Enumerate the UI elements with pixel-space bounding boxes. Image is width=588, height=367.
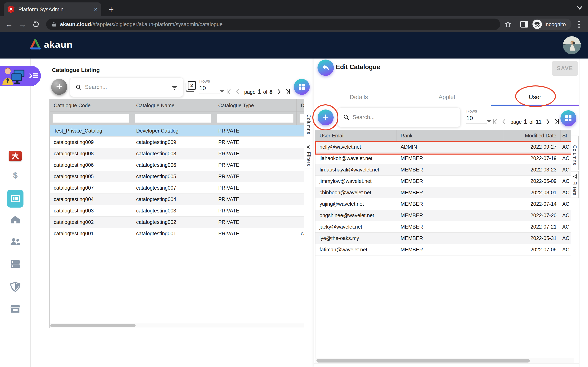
table-row[interactable]: lye@the-oaks.my MEMBER 2022-05-31 AC xyxy=(315,233,571,244)
prev-page-button[interactable] xyxy=(233,89,242,95)
user-search-box xyxy=(338,108,460,127)
table-row[interactable]: jiahaokoh@wavelet.net MEMBER 2022-07-19 … xyxy=(315,153,571,164)
filter-input-code[interactable] xyxy=(52,114,129,123)
table-row[interactable]: jimmylow@wavelet.net MEMBER 2022-05-09 A… xyxy=(315,175,571,187)
incognito-label: Incognito xyxy=(544,21,566,27)
prev-page-button[interactable] xyxy=(500,119,508,125)
col-header[interactable]: Modified Date xyxy=(504,130,561,141)
browser-menu-icon[interactable] xyxy=(573,16,585,32)
add-catalogue-button[interactable]: + xyxy=(51,79,67,95)
panel-title: Edit Catalogue xyxy=(336,63,380,71)
incognito-badge[interactable]: Incognito xyxy=(531,18,571,30)
columns-side-tab[interactable]: Columns xyxy=(305,105,312,141)
table-row[interactable]: ongshinee@wavelet.net MEMBER 2022-07-20 … xyxy=(315,210,571,221)
table-row[interactable]: catalogtesting005 catalogtesting005 PRIV… xyxy=(50,171,304,182)
grid-view-button[interactable] xyxy=(294,79,310,95)
grid-view-button[interactable] xyxy=(561,110,576,126)
user-search-input[interactable] xyxy=(353,114,455,120)
sidebar-item-inventory[interactable] xyxy=(0,259,31,268)
table-row[interactable]: catalogtesting001 catalogtesting001 PRIV… xyxy=(50,228,304,239)
col-header[interactable]: User Email xyxy=(315,130,397,141)
sidebar-item-security[interactable] xyxy=(0,282,31,292)
filters-side-tab[interactable]: Filters xyxy=(305,142,312,168)
reload-button[interactable] xyxy=(30,16,42,32)
browser-tab[interactable]: A Platform SysAdmin × xyxy=(4,2,101,16)
first-page-button[interactable] xyxy=(224,89,233,95)
table-row[interactable]: catalogtesting003 catalogtesting003 PRIV… xyxy=(50,205,304,217)
table-row[interactable]: jacky@wavelet.net MEMBER 2022-07-21 AC xyxy=(315,221,571,233)
next-page-button[interactable] xyxy=(275,89,283,95)
sysadmin-avatar xyxy=(2,67,28,85)
url-bar[interactable]: akaun.cloud/#/applets/bigledger/akaun-pl… xyxy=(46,18,500,30)
col-header[interactable]: De xyxy=(297,99,304,111)
panel-bottom-edge xyxy=(314,364,579,364)
back-button-panel[interactable] xyxy=(318,59,334,76)
horizontal-scrollbar[interactable] xyxy=(315,358,574,363)
col-header[interactable]: Catalogue Name xyxy=(132,99,214,111)
horizontal-scrollbar[interactable] xyxy=(50,323,304,328)
catalogue-search-input[interactable] xyxy=(85,84,171,90)
table-row[interactable]: chinboon@wavelet.net MEMBER 2022-08-01 A… xyxy=(315,187,571,198)
first-page-button[interactable] xyxy=(490,119,500,125)
columns-side-tab[interactable]: Columns xyxy=(571,136,579,170)
expand-menu-icon[interactable] xyxy=(29,72,38,80)
filter-input-name[interactable] xyxy=(135,114,211,123)
table-row[interactable]: catalogtesting006 catalogtesting006 PRIV… xyxy=(50,159,304,171)
last-page-button[interactable] xyxy=(283,89,293,95)
users-icon xyxy=(10,238,21,246)
forward-button[interactable]: → xyxy=(16,16,29,32)
table-row[interactable]: catalogtesting008 catalogtesting008 PRIV… xyxy=(50,148,304,159)
url-path: /#/applets/bigledger/akaun-platform/sysa… xyxy=(91,21,223,27)
filter-input-type[interactable] xyxy=(217,114,294,123)
new-tab-button[interactable]: + xyxy=(106,4,116,14)
funnel-icon xyxy=(573,174,577,179)
user-avatar[interactable] xyxy=(563,36,581,54)
table-row[interactable]: catalogtesting002 catalogtesting002 PRIV… xyxy=(50,217,304,228)
table-row[interactable]: firdaushayali@wavelet.net MEMBER 2022-03… xyxy=(315,164,571,175)
bookmark-star-icon[interactable] xyxy=(502,16,514,32)
sidebar-item-bigledger[interactable] xyxy=(0,151,31,161)
scrollbar-thumb[interactable] xyxy=(50,324,136,327)
sidebar-item-billing[interactable]: $ xyxy=(0,171,31,180)
table-row[interactable]: yujing@wavelet.net MEMBER 2022-07-14 AC xyxy=(315,198,571,210)
filters-side-tab[interactable]: Filters xyxy=(571,171,579,198)
table-row[interactable]: catalogtesting004 catalogtesting004 PRIV… xyxy=(50,194,304,205)
tab-list-chevron-icon[interactable] xyxy=(576,5,583,11)
sidebar-item-home[interactable] xyxy=(0,215,31,224)
catalogue-listing-card: Catalogue Listing + 2 Rows 10 page 1 of … xyxy=(48,62,312,366)
rows-value: 10 xyxy=(199,85,222,92)
side-panel-icon[interactable] xyxy=(518,16,530,32)
tab-close-icon[interactable]: × xyxy=(94,6,98,12)
session-user-chip[interactable] xyxy=(0,66,41,86)
table-row[interactable]: fatimah@wavelet.net MEMBER 2022-07-06 AC xyxy=(315,244,571,256)
tab-applet[interactable]: Applet xyxy=(403,90,491,105)
table-row[interactable]: catalogtesting009 catalogtesting009 PRIV… xyxy=(50,137,304,148)
col-header[interactable]: St xyxy=(561,130,571,141)
sidebar-item-store[interactable] xyxy=(0,304,31,313)
filter-list-icon[interactable] xyxy=(171,84,178,90)
grid-icon xyxy=(298,83,306,91)
rows-per-page-widget[interactable]: Rows 10 xyxy=(466,109,489,124)
last-page-button[interactable] xyxy=(552,119,562,125)
plus-icon: + xyxy=(56,81,62,92)
add-user-button[interactable]: + xyxy=(318,109,334,125)
catalogue-table: Catalogue Code Catalogue Name Catalogue … xyxy=(49,99,304,328)
sidebar-item-users[interactable] xyxy=(0,238,31,246)
rows-per-page-widget[interactable]: Rows 10 xyxy=(199,79,222,94)
sidebar-item-catalogue[interactable] xyxy=(0,190,31,208)
table-row[interactable]: catalogtesting007 catalogtesting007 PRIV… xyxy=(50,182,304,194)
table-row[interactable]: Test_Private_Catalog Developer Catalog P… xyxy=(50,125,304,137)
tab-details[interactable]: Details xyxy=(315,90,403,105)
save-button[interactable]: SAVE xyxy=(552,61,578,76)
back-button[interactable]: ← xyxy=(3,16,15,32)
filter-input-desc[interactable] xyxy=(300,114,304,123)
col-header[interactable]: Catalogue Type xyxy=(214,99,297,111)
scrollbar-thumb[interactable] xyxy=(316,359,530,363)
col-header[interactable]: Rank xyxy=(397,130,504,141)
duplicate-pages-icon[interactable]: 2 xyxy=(186,81,196,92)
next-page-button[interactable] xyxy=(544,119,552,125)
table-row[interactable]: nelly@wavelet.net ADMIN 2022-09-27 AC xyxy=(315,141,571,153)
rows-label: Rows xyxy=(199,79,222,83)
tab-user[interactable]: User xyxy=(491,90,579,105)
col-header[interactable]: Catalogue Code xyxy=(50,99,132,111)
